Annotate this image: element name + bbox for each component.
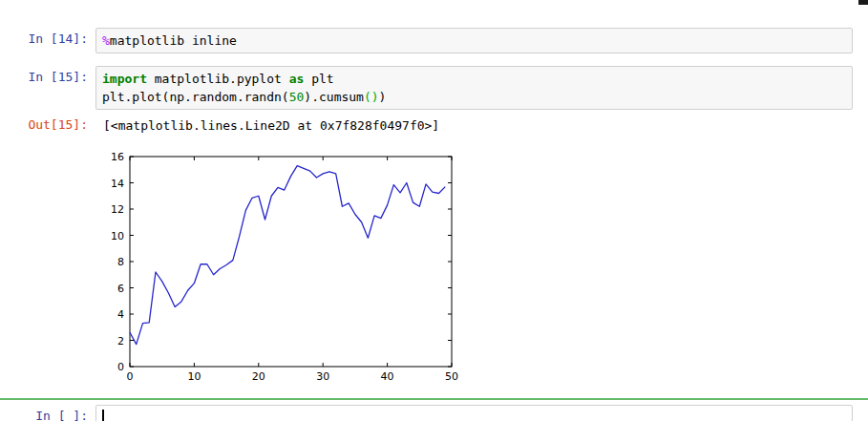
data-line <box>130 166 445 345</box>
x-tick-label: 50 <box>445 370 458 383</box>
y-tick-label: 14 <box>111 178 124 190</box>
code-editor-15[interactable]: import matplotlib.pyplot as pltplt.plot(… <box>102 70 846 106</box>
x-tick-label: 20 <box>252 370 265 383</box>
output-repr-text: [<matplotlib.lines.Line2D at 0x7f828f049… <box>95 114 439 135</box>
code-input-14[interactable]: %matplotlib inline <box>95 28 853 53</box>
x-tick-label: 10 <box>187 370 201 383</box>
output-cell-15: Out[15]: [<matplotlib.lines.Line2D at 0x… <box>0 114 868 135</box>
input-prompt-15: In [15]: <box>0 66 95 84</box>
input-prompt-14: In [14]: <box>0 28 95 46</box>
x-tick-label: 40 <box>381 370 394 383</box>
notebook-page: In [14]: %matplotlib inline In [15]: imp… <box>0 0 868 421</box>
y-tick-label: 8 <box>117 256 124 268</box>
code-input-15[interactable]: import matplotlib.pyplot as pltplt.plot(… <box>95 66 853 110</box>
line-chart: 010203040500246810121416 <box>94 143 476 384</box>
y-tick-label: 12 <box>111 203 124 216</box>
output-prompt-15: Out[15]: <box>0 114 95 132</box>
y-tick-label: 6 <box>117 283 124 295</box>
empty-code-input[interactable] <box>95 405 853 421</box>
x-tick-label: 0 <box>127 370 134 383</box>
scrollbar-fragment[interactable] <box>858 0 868 5</box>
selected-cell-border <box>0 398 868 400</box>
code-editor-14[interactable]: %matplotlib inline <box>102 32 846 50</box>
code-cell-15: In [15]: import matplotlib.pyplot as plt… <box>0 66 868 110</box>
y-tick-label: 2 <box>117 335 124 347</box>
text-cursor <box>102 410 104 421</box>
y-tick-label: 0 <box>117 361 124 373</box>
empty-code-cell: In [ ]: <box>0 405 868 421</box>
code-cell-14: In [14]: %matplotlib inline <box>0 28 868 53</box>
matplotlib-figure: 010203040500246810121416 <box>94 143 476 384</box>
x-tick-label: 30 <box>316 370 329 383</box>
input-prompt-empty: In [ ]: <box>0 405 95 421</box>
y-tick-label: 16 <box>111 151 124 163</box>
y-tick-label: 10 <box>111 230 124 242</box>
y-tick-label: 4 <box>117 308 124 321</box>
